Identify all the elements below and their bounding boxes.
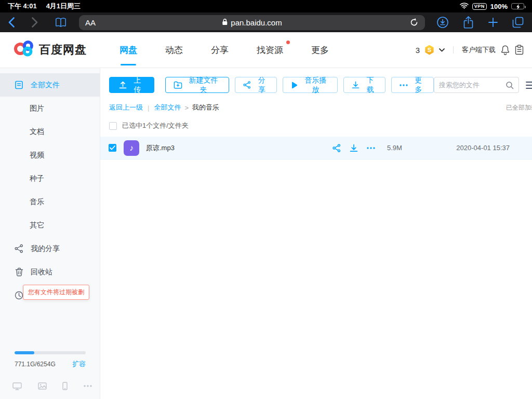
file-row[interactable]: ♪ 原谅.mp3 5.9M 2020-04-01 15:37	[100, 137, 532, 159]
load-status: 已全部加载	[506, 103, 532, 112]
file-size: 5.9M	[387, 144, 402, 152]
charging-bolt-icon	[516, 4, 521, 9]
nav-tab-find-resources[interactable]: 找资源	[243, 32, 297, 68]
vip-badge[interactable]: S	[424, 45, 434, 55]
logo-text: 百度网盘	[39, 42, 87, 58]
forward-button[interactable]	[32, 17, 38, 28]
file-checkbox[interactable]	[109, 144, 116, 152]
download-icon	[352, 81, 360, 89]
download-files-button[interactable]: 下载	[343, 77, 385, 93]
screen: 下午 4:01 4月1日周三 VPN 100%	[0, 0, 532, 399]
storage-meter: 771.1G/6254G 扩容	[15, 351, 86, 369]
sidebar-item-all-files[interactable]: 全部文件	[0, 73, 100, 97]
tabs-button[interactable]	[512, 17, 524, 28]
sidebar-item-videos[interactable]: 视频	[0, 143, 100, 167]
baidu-pan-logo[interactable]: 百度网盘	[14, 32, 87, 68]
row-download-icon[interactable]	[350, 144, 358, 152]
action-toolbar: 上传 新建文件夹 分享	[109, 77, 532, 93]
sidebar-item-my-shares[interactable]: 我的分享	[0, 237, 100, 260]
logo-knot-icon	[14, 41, 34, 59]
sidebar-item-music[interactable]: 音乐	[0, 190, 100, 214]
breadcrumb-current: 我的音乐	[192, 103, 219, 112]
share-nodes-icon	[243, 81, 251, 89]
search-box	[434, 77, 519, 93]
list-view-toggle-icon[interactable]	[526, 81, 532, 89]
file-modified-date: 2020-04-01 15:37	[456, 144, 510, 152]
select-all-checkbox[interactable]	[109, 122, 117, 130]
upload-icon	[119, 81, 127, 89]
nav-tab-more[interactable]: 更多	[297, 32, 343, 68]
battery-percent: 100%	[490, 3, 508, 10]
share-nodes-icon	[15, 244, 23, 253]
phone-icon[interactable]	[62, 382, 68, 390]
more-devices-icon[interactable]	[84, 385, 92, 387]
sidebar-item-others[interactable]: 其它	[0, 214, 100, 237]
sidebar: 全部文件 图片 文档 视频 种子 音乐 其它 我的分享 回收站	[0, 68, 100, 399]
client-download-link[interactable]: 客户端下载	[462, 45, 496, 55]
back-button[interactable]	[8, 17, 15, 28]
clock-icon	[15, 291, 23, 300]
new-tab-button[interactable]	[488, 17, 498, 28]
expand-storage-link[interactable]: 扩容	[72, 360, 86, 369]
music-play-button[interactable]: 音乐播放	[283, 77, 338, 93]
trash-icon	[15, 268, 23, 276]
ellipsis-icon	[400, 84, 408, 86]
file-name[interactable]: 原谅.mp3	[146, 143, 175, 153]
expiry-warning-tooltip: 您有文件将过期被删	[23, 285, 89, 300]
selection-info: 已选中1个文件/文件夹	[109, 121, 532, 130]
address-bar[interactable]: AA pan.baidu.com	[79, 15, 425, 30]
selection-text: 已选中1个文件/文件夹	[122, 121, 189, 130]
sidebar-item-documents[interactable]: 文档	[0, 120, 100, 143]
url-text: pan.baidu.com	[231, 18, 282, 27]
row-more-icon[interactable]	[367, 147, 375, 149]
clock-date: 4月1日周三	[46, 2, 81, 11]
monitor-icon[interactable]	[12, 382, 22, 390]
downloads-button[interactable]	[436, 16, 449, 29]
more-actions-button[interactable]: 更多	[391, 77, 434, 93]
lock-icon	[222, 18, 228, 27]
vpn-badge: VPN	[472, 3, 487, 10]
row-share-icon[interactable]	[332, 144, 341, 152]
search-icon[interactable]	[506, 81, 514, 89]
share-button[interactable]	[463, 16, 474, 29]
breadcrumb-arrow: >	[184, 104, 189, 112]
back-up-level-link[interactable]: 返回上一级	[109, 103, 143, 112]
file-row-actions	[332, 144, 375, 152]
all-files-icon	[15, 81, 23, 89]
search-input[interactable]	[439, 81, 506, 89]
new-folder-button[interactable]: 新建文件夹	[165, 77, 230, 93]
sidebar-item-images[interactable]: 图片	[0, 97, 100, 120]
new-badge-dot	[286, 41, 290, 44]
music-file-icon: ♪	[124, 140, 139, 156]
breadcrumb-root-link[interactable]: 全部文件	[154, 103, 181, 112]
tasks-clipboard-icon[interactable]	[515, 45, 524, 55]
main-nav: 网盘 动态 分享 找资源 更多	[105, 32, 343, 68]
photo-icon[interactable]	[38, 382, 47, 390]
breadcrumb-divider: |	[148, 104, 149, 112]
folder-plus-icon	[174, 81, 182, 89]
clock-time: 下午 4:01	[8, 2, 37, 11]
safari-toolbar: AA pan.baidu.com	[0, 12, 532, 32]
header-divider	[453, 46, 454, 54]
sidebar-item-torrents[interactable]: 种子	[0, 167, 100, 190]
nav-tab-pan[interactable]: 网盘	[105, 32, 151, 68]
upload-button[interactable]: 上传	[109, 77, 154, 93]
user-name[interactable]: 3	[416, 46, 420, 55]
status-bar: 下午 4:01 4月1日周三 VPN 100%	[0, 0, 532, 12]
nav-tab-share[interactable]: 分享	[197, 32, 243, 68]
breadcrumb: 返回上一级 | 全部文件 > 我的音乐 已全部加载	[109, 103, 532, 112]
share-files-button[interactable]: 分享	[235, 77, 277, 93]
text-size-button[interactable]: AA	[85, 18, 96, 27]
notifications-bell-icon[interactable]	[500, 45, 510, 55]
storage-fill	[15, 351, 34, 354]
file-manager: 上传 新建文件夹 分享	[100, 68, 532, 399]
storage-bar-track	[15, 351, 86, 354]
sidebar-dock	[12, 382, 92, 390]
sidebar-item-recycle-bin[interactable]: 回收站	[0, 260, 100, 284]
storage-usage: 771.1G/6254G	[15, 361, 56, 368]
check-icon	[110, 145, 115, 150]
chevron-down-icon[interactable]	[439, 48, 445, 52]
reload-button[interactable]	[409, 18, 419, 27]
bookmarks-icon[interactable]	[55, 18, 66, 27]
nav-tab-feed[interactable]: 动态	[151, 32, 197, 68]
